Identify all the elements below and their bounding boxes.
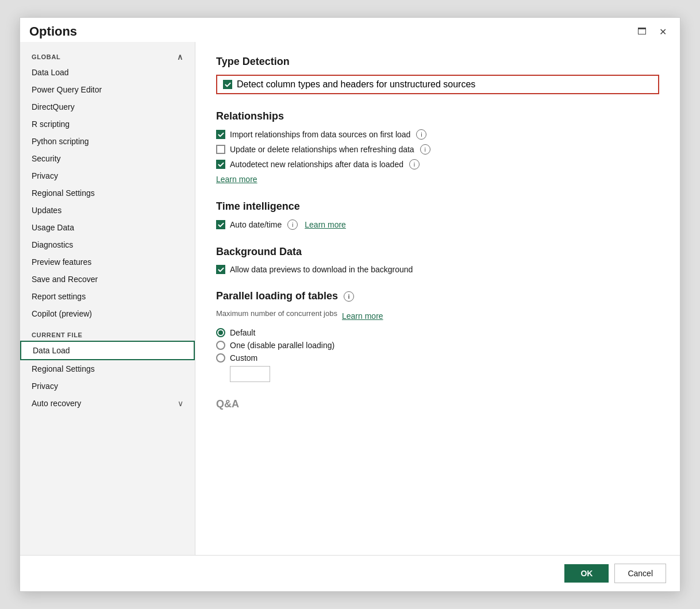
sidebar-item-current-regional-settings[interactable]: Regional Settings — [20, 360, 195, 377]
relationships-label-0[interactable]: Import relationships from data sources o… — [216, 130, 410, 139]
time-intelligence-checkbox-0[interactable] — [216, 220, 225, 229]
relationships-row-0: Import relationships from data sources o… — [216, 129, 659, 140]
dialog-titlebar: Options 🗖 ✕ — [20, 18, 680, 42]
background-data-section: Background Data Allow data previews to d… — [216, 246, 659, 274]
parallel-loading-title: Parallel loading of tables i — [216, 290, 659, 302]
info-icon-time-0[interactable]: i — [287, 219, 298, 230]
current-file-chevron[interactable]: ∨ — [178, 399, 183, 408]
relationships-checkbox-2[interactable] — [216, 160, 225, 169]
detect-column-label[interactable]: Detect column types and headers for unst… — [223, 79, 475, 90]
qa-title: Q&A — [216, 398, 659, 410]
background-data-title: Background Data — [216, 246, 659, 258]
type-detection-section: Type Detection Detect column types and h… — [216, 56, 659, 94]
parallel-loading-learn-more[interactable]: Learn more — [342, 311, 383, 321]
sidebar-item-security[interactable]: Security — [20, 150, 195, 167]
sidebar-item-copilot-preview[interactable]: Copilot (preview) — [20, 305, 195, 322]
info-icon-rel-0[interactable]: i — [416, 129, 426, 140]
info-icon-rel-2[interactable]: i — [409, 159, 420, 169]
time-intelligence-section: Time intelligence Auto date/time i Learn… — [216, 201, 659, 230]
global-label: GLOBAL — [32, 53, 60, 60]
sidebar-item-python-scripting[interactable]: Python scripting — [20, 133, 195, 150]
main-content: Type Detection Detect column types and h… — [195, 42, 680, 555]
parallel-loading-section: Parallel loading of tables i Maximum num… — [216, 290, 659, 382]
parallel-radio-default: Default — [216, 328, 659, 337]
current-file-label: CURRENT FILE — [32, 332, 83, 338]
sidebar-item-current-privacy[interactable]: Privacy — [20, 377, 195, 395]
global-section-header: GLOBAL ∧ — [20, 47, 195, 64]
sidebar-item-usage-data[interactable]: Usage Data — [20, 219, 195, 236]
dialog-title: Options — [29, 24, 77, 39]
sidebar-item-data-load[interactable]: Data Load — [20, 64, 195, 81]
cancel-button[interactable]: Cancel — [614, 564, 666, 583]
qa-section: Q&A — [216, 398, 659, 410]
max-concurrent-label: Maximum number of concurrent jobs — [216, 309, 337, 318]
background-data-checkbox-0[interactable] — [216, 265, 225, 274]
relationships-title: Relationships — [216, 110, 659, 122]
sidebar-item-save-and-recover[interactable]: Save and Recover — [20, 271, 195, 288]
sidebar-item-auto-recovery[interactable]: Auto recovery ∨ — [20, 395, 195, 412]
radio-custom[interactable] — [216, 353, 225, 363]
time-intelligence-title: Time intelligence — [216, 201, 659, 213]
options-dialog: Options 🗖 ✕ GLOBAL ∧ Data Load Power Que… — [20, 17, 680, 592]
custom-value-input[interactable] — [230, 366, 270, 382]
relationships-label-1[interactable]: Update or delete relationships when refr… — [216, 145, 414, 154]
time-intelligence-learn-more[interactable]: Learn more — [305, 220, 346, 229]
info-icon-rel-1[interactable]: i — [420, 144, 430, 155]
type-detection-title: Type Detection — [216, 56, 659, 68]
info-icon-parallel[interactable]: i — [344, 291, 354, 302]
relationships-section: Relationships Import relationships from … — [216, 110, 659, 184]
time-intelligence-label-0[interactable]: Auto date/time — [216, 220, 282, 229]
relationships-checkbox-1[interactable] — [216, 145, 225, 154]
relationships-row-2: Autodetect new relationships after data … — [216, 159, 659, 169]
detect-column-text: Detect column types and headers for unst… — [237, 79, 475, 90]
sidebar-item-regional-settings[interactable]: Regional Settings — [20, 184, 195, 202]
close-button[interactable]: ✕ — [655, 24, 671, 40]
sidebar-item-power-query-editor[interactable]: Power Query Editor — [20, 81, 195, 98]
time-intelligence-row-0: Auto date/time i Learn more — [216, 219, 659, 230]
type-detection-highlighted-row: Detect column types and headers for unst… — [216, 75, 659, 94]
current-file-section-header: CURRENT FILE — [20, 326, 195, 341]
sidebar-item-updates[interactable]: Updates — [20, 202, 195, 219]
dialog-body: GLOBAL ∧ Data Load Power Query Editor Di… — [20, 42, 680, 555]
sidebar-item-preview-features[interactable]: Preview features — [20, 253, 195, 271]
radio-one[interactable] — [216, 341, 225, 350]
parallel-radio-custom: Custom — [216, 353, 659, 363]
background-data-label-0[interactable]: Allow data previews to download in the b… — [216, 265, 413, 274]
sidebar: GLOBAL ∧ Data Load Power Query Editor Di… — [20, 42, 195, 555]
relationships-learn-more[interactable]: Learn more — [216, 175, 257, 184]
background-data-row-0: Allow data previews to download in the b… — [216, 265, 659, 274]
relationships-checkbox-0[interactable] — [216, 130, 225, 139]
sidebar-item-diagnostics[interactable]: Diagnostics — [20, 236, 195, 253]
relationships-label-2[interactable]: Autodetect new relationships after data … — [216, 160, 403, 169]
detect-column-checkbox[interactable] — [223, 80, 232, 89]
titlebar-controls: 🗖 ✕ — [634, 24, 671, 40]
sidebar-item-directquery[interactable]: DirectQuery — [20, 98, 195, 115]
sidebar-item-r-scripting[interactable]: R scripting — [20, 115, 195, 133]
global-chevron[interactable]: ∧ — [177, 52, 183, 61]
sidebar-item-privacy[interactable]: Privacy — [20, 167, 195, 184]
parallel-radio-one: One (disable parallel loading) — [216, 341, 659, 350]
radio-default[interactable] — [216, 328, 225, 337]
sidebar-item-report-settings[interactable]: Report settings — [20, 288, 195, 305]
dialog-footer: OK Cancel — [20, 555, 680, 591]
relationships-row-1: Update or delete relationships when refr… — [216, 144, 659, 155]
ok-button[interactable]: OK — [564, 564, 609, 583]
maximize-button[interactable]: 🗖 — [634, 24, 650, 40]
sidebar-item-current-data-load[interactable]: Data Load — [20, 341, 195, 360]
